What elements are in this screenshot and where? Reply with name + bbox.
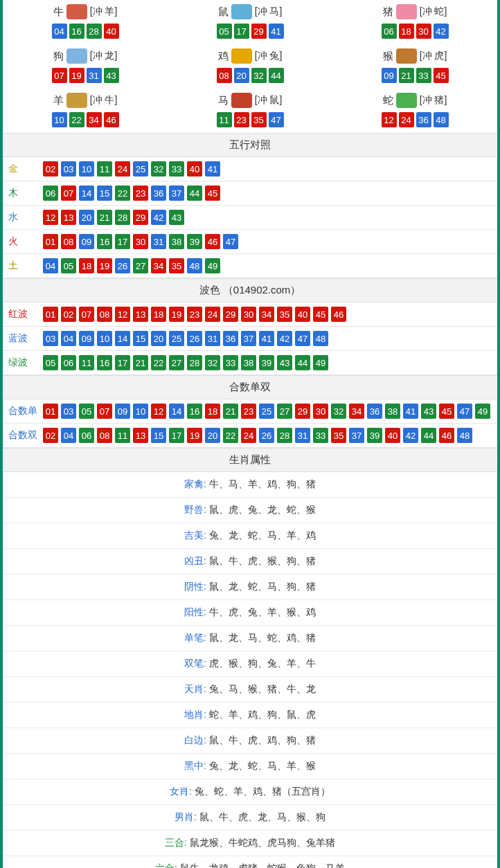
heshu-row-0: 合数单0103050709101214161821232527293032343… xyxy=(3,399,497,424)
bose-row-0: 红波0102070812131819232429303435404546 xyxy=(3,302,497,327)
shuxing-row-1: 野兽: 鼠、虎、兔、龙、蛇、猴 xyxy=(3,498,497,523)
ball-44: 44 xyxy=(187,186,202,201)
wuxing-label: 木 xyxy=(8,187,43,199)
zodiac-name: 狗 xyxy=(53,50,64,63)
ball-15: 15 xyxy=(151,428,166,443)
ball-19: 19 xyxy=(187,428,202,443)
ball-45: 45 xyxy=(313,307,328,322)
wuxing-row-1: 木06071415222336374445 xyxy=(3,181,497,206)
shuxing-value: 兔、蛇、羊、鸡、猪（五宫肖） xyxy=(195,786,330,797)
ball-08: 08 xyxy=(61,234,76,249)
ball-27: 27 xyxy=(133,258,148,273)
zodiac-balls: 06183042 xyxy=(335,24,494,39)
shuxing-key: 双笔: xyxy=(184,658,209,669)
zodiac-balls: 08203244 xyxy=(170,68,330,83)
wuxing-balls: 1213202128294243 xyxy=(43,210,492,225)
heshu-row-1: 合数双0204060811131517192022242628313335373… xyxy=(3,424,497,448)
ball-02: 02 xyxy=(43,161,58,177)
ball-10: 10 xyxy=(133,404,148,419)
heshu-label: 合数单 xyxy=(8,405,43,417)
ball-41: 41 xyxy=(205,161,220,177)
ball-23: 23 xyxy=(133,186,148,201)
ball-42: 42 xyxy=(434,24,449,39)
ball-25: 25 xyxy=(169,331,184,346)
ball-23: 23 xyxy=(234,112,249,127)
ball-30: 30 xyxy=(416,24,431,39)
section-head-heshu: 合数单双 xyxy=(3,375,497,399)
ball-34: 34 xyxy=(151,258,166,273)
zodiac-balls: 04162840 xyxy=(6,24,165,39)
ball-17: 17 xyxy=(115,234,130,249)
ball-35: 35 xyxy=(169,258,184,273)
zodiac-conflict: [冲 兔] xyxy=(255,50,283,62)
ball-03: 03 xyxy=(43,331,58,346)
ball-45: 45 xyxy=(205,186,220,201)
ball-19: 19 xyxy=(97,258,112,273)
ball-11: 11 xyxy=(97,161,112,177)
ball-37: 37 xyxy=(241,331,256,346)
ball-09: 09 xyxy=(382,68,397,83)
wuxing-label: 火 xyxy=(8,235,43,248)
zodiac-cell-3: 狗[冲 龙]07193143 xyxy=(3,44,168,89)
zodiac-top: 鼠[冲 马] xyxy=(170,4,330,19)
ball-46: 46 xyxy=(331,307,346,322)
zodiac-top: 马[冲 鼠] xyxy=(170,93,330,108)
ball-28: 28 xyxy=(115,210,130,225)
shuxing-row-6: 单笔: 鼠、龙、马、蛇、鸡、猪 xyxy=(3,626,497,651)
ball-30: 30 xyxy=(133,234,148,249)
ball-19: 19 xyxy=(69,68,84,83)
shuxing-row-15: 六合: 鼠牛、龙鸡、虎猪、蛇猴、兔狗、马羊 xyxy=(3,856,497,868)
ball-19: 19 xyxy=(169,307,184,322)
zodiac-icon xyxy=(231,93,252,108)
ball-21: 21 xyxy=(133,355,148,370)
zodiac-icon xyxy=(66,4,87,19)
shuxing-row-0: 家禽: 牛、马、羊、鸡、狗、猪 xyxy=(3,472,497,498)
shuxing-key: 吉美: xyxy=(184,530,209,541)
ball-22: 22 xyxy=(223,428,238,443)
shuxing-key: 阳性: xyxy=(184,606,209,617)
ball-37: 37 xyxy=(349,428,364,443)
ball-43: 43 xyxy=(277,355,292,370)
ball-43: 43 xyxy=(104,68,119,83)
shuxing-value: 鼠、牛、虎、龙、马、猴、狗 xyxy=(199,811,325,822)
shuxing-row-11: 黑中: 兔、龙、蛇、马、羊、猴 xyxy=(3,754,497,779)
shuxing-row-8: 天肖: 兔、马、猴、猪、牛、龙 xyxy=(3,677,497,703)
ball-40: 40 xyxy=(385,428,400,443)
ball-24: 24 xyxy=(115,161,130,177)
zodiac-cell-0: 牛[冲 羊]04162840 xyxy=(3,0,168,44)
zodiac-balls: 07193143 xyxy=(6,68,165,83)
bose-label: 绿波 xyxy=(8,356,43,369)
ball-15: 15 xyxy=(97,186,112,201)
zodiac-conflict: [冲 马] xyxy=(255,6,283,18)
ball-09: 09 xyxy=(79,331,94,346)
ball-40: 40 xyxy=(295,307,310,322)
zodiac-icon xyxy=(396,93,417,108)
zodiac-name: 蛇 xyxy=(383,94,393,107)
wuxing-row-0: 金02031011242532334041 xyxy=(3,157,497,181)
ball-24: 24 xyxy=(205,307,220,322)
shuxing-value: 鼠龙猴、牛蛇鸡、虎马狗、兔羊猪 xyxy=(190,837,335,848)
ball-39: 39 xyxy=(367,428,382,443)
ball-49: 49 xyxy=(313,355,328,370)
ball-49: 49 xyxy=(475,404,490,419)
bose-label: 蓝波 xyxy=(8,332,43,345)
zodiac-name: 牛 xyxy=(53,6,64,19)
shuxing-key: 凶丑: xyxy=(184,555,209,566)
ball-38: 38 xyxy=(241,355,256,370)
ball-31: 31 xyxy=(205,331,220,346)
zodiac-balls: 12243648 xyxy=(335,112,494,127)
ball-43: 43 xyxy=(421,404,436,419)
zodiac-icon xyxy=(231,4,252,19)
shuxing-value: 兔、龙、蛇、马、羊、鸡 xyxy=(209,530,316,541)
ball-13: 13 xyxy=(61,210,76,225)
ball-29: 29 xyxy=(133,210,148,225)
zodiac-balls: 05172941 xyxy=(170,24,330,39)
ball-06: 06 xyxy=(79,428,94,443)
ball-36: 36 xyxy=(416,112,431,127)
ball-38: 38 xyxy=(385,404,400,419)
ball-26: 26 xyxy=(115,258,130,273)
shuxing-row-10: 白边: 鼠、牛、虎、鸡、狗、猪 xyxy=(3,728,497,754)
ball-11: 11 xyxy=(79,355,94,370)
bose-balls: 0102070812131819232429303435404546 xyxy=(43,307,492,322)
shuxing-value: 兔、马、猴、猪、牛、龙 xyxy=(209,683,316,694)
